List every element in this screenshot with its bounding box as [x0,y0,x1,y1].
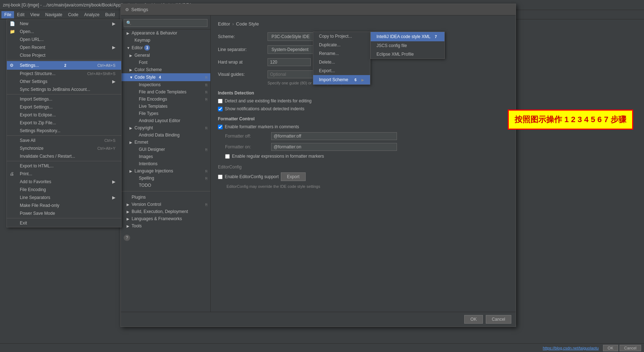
file-new-item[interactable]: 📄 New ▶ [7,20,121,28]
file-read-only-item[interactable]: Make File Read-only [7,202,121,209]
menu-code[interactable]: Code [65,11,81,18]
tree-code-style[interactable]: ▼ Code Style 4 ⎘ [121,73,210,81]
import-eclipse-xml[interactable]: Eclipse XML Profile [371,50,444,59]
annotation-text: 按照图示操作 1 2 3 4 5 6 7 步骤 [515,115,626,124]
tree-version-control[interactable]: ▶ Version Control ⎘ [121,201,210,208]
import-intellij-xml[interactable]: IntelliJ IDEA code style XML 7 [371,32,444,41]
tree-inspections[interactable]: Inspections ⎘ [121,81,210,88]
tree-color-scheme[interactable]: ▶ Color Scheme [121,66,210,73]
tree-images[interactable]: Images [121,153,210,160]
file-new-icon: 📄 [10,21,15,26]
tree-editor[interactable]: ▼ Editor 3 [121,44,210,52]
file-import-settings-item[interactable]: Import Settings... [7,95,121,103]
file-other-settings-item[interactable]: Other Settings ▶ [7,78,121,85]
tree-keymap[interactable]: Keymap [121,37,210,44]
tree-android-data-binding[interactable]: Android Data Binding [121,131,210,139]
gear-copy-to-project[interactable]: Copy to Project... [313,32,370,41]
file-save-all-item[interactable]: Save All Ctrl+S [7,136,121,144]
print-icon: 🖨 [10,171,14,176]
tree-font[interactable]: Font [121,59,210,66]
hard-wrap-input[interactable] [268,58,311,66]
breadcrumb-current: Code Style [236,21,259,27]
file-settings-repo-item[interactable]: Settings Repository... [7,127,121,135]
cancel-button[interactable]: Cancel [486,315,511,324]
tree-emmet[interactable]: ▶ Emmet [121,139,210,146]
file-line-sep-item[interactable]: Line Separators ▶ [7,194,121,202]
file-power-save-item[interactable]: Power Save Mode [7,209,121,217]
tree-file-types[interactable]: File Types [121,110,210,117]
tree-tools[interactable]: ▶ Tools [121,222,210,230]
enable-regexp-checkbox[interactable] [225,154,230,159]
tree-android-layout-editor[interactable]: Android Layout Editor [121,117,210,124]
bottom-ok-button[interactable]: OK [603,345,618,351]
tree-spelling[interactable]: Spelling ⎘ [121,175,210,182]
menu-build[interactable]: Build [102,11,118,18]
bottom-cancel-button[interactable]: Cancel [620,345,641,351]
menu-navigate[interactable]: Navigate [42,11,65,18]
gear-delete[interactable]: Delete... [313,58,370,66]
enable-editorconfig-checkbox[interactable] [218,175,223,179]
detect-indents-checkbox[interactable] [218,99,223,103]
tree-languages[interactable]: ▶ Languages & Frameworks [121,215,210,222]
file-open-url-item[interactable]: Open URL... [7,36,121,43]
editorconfig-title: EditorConfig [218,165,508,170]
import-jscs-config[interactable]: JSCS config file [371,41,444,50]
file-export-eclipse-item[interactable]: Export to Eclipse... [7,111,121,119]
file-export-settings-item[interactable]: Export Settings... [7,103,121,111]
tree-gui-designer[interactable]: GUI Designer ⎘ [121,146,210,153]
tree-plugins[interactable]: Plugins [121,194,210,201]
file-invalidate-item[interactable]: Invalidate Caches / Restart... [7,152,121,160]
enable-formatter-checkbox[interactable] [218,125,223,129]
vc-copy-icon: ⎘ [205,203,207,207]
file-open-item[interactable]: 📁 Open... [7,28,121,36]
tree-live-templates[interactable]: Live Templates [121,103,210,110]
expand-icon: ▶ [127,31,130,35]
gear-rename[interactable]: Rename... [313,49,370,58]
show-notifications-checkbox[interactable] [218,107,223,111]
menu-analyze[interactable]: Analyze [81,11,102,18]
tree-file-code-templates[interactable]: File and Code Templates ⎘ [121,88,210,96]
gear-duplicate[interactable]: Duplicate... [313,41,370,49]
export-button[interactable]: Export [281,172,306,181]
file-add-favorites-item[interactable]: Add to Favorites ▶ [7,178,121,186]
gear-import-scheme[interactable]: Import Scheme 6 ▶ [313,75,370,84]
scheme-label: Scheme: [218,34,265,39]
help-icon[interactable]: ? [124,235,130,241]
formatter-off-label: Formatter off: [225,134,268,139]
ok-button[interactable]: OK [464,315,483,324]
search-wrap [121,17,210,29]
formatter-on-input[interactable] [271,143,397,151]
enable-formatter-row: Enable formatter markers in comments [218,124,508,129]
formatter-off-input[interactable] [271,132,397,140]
file-export-zip-item[interactable]: Export to Zip File... [7,119,121,127]
bottom-bar-link[interactable]: https://blog.csdn.net/taiguolaotu [543,346,599,350]
tree-appearance[interactable]: ▶ Appearance & Behavior [121,29,210,37]
tree-intentions[interactable]: Intentions [121,160,210,167]
fe-copy-icon: ⎘ [205,97,207,101]
file-exit-item[interactable]: Exit [7,219,121,227]
line-sep-label: Line separator: [218,47,265,52]
tree-copyright[interactable]: ▶ Copyright ⎘ [121,124,210,131]
file-project-structure-item[interactable]: Project Structure... Ctrl+Alt+Shift+S [7,70,121,78]
tree-general[interactable]: ▶ General [121,52,210,59]
tree-language-injections[interactable]: ▶ Language Injections ⎘ [121,167,210,175]
gear-export[interactable]: Export... [313,66,370,75]
file-export-html-item[interactable]: Export to HTML... [7,162,121,170]
file-encoding-item[interactable]: File Encoding [7,186,121,194]
file-print-item[interactable]: 🖨 Print... [7,170,121,178]
file-close-project-item[interactable]: Close Project [7,51,121,59]
visual-guides-label: Visual guides: [218,72,265,77]
settings-search-input[interactable] [124,19,207,27]
menu-file[interactable]: File [1,11,14,18]
fct-copy-icon: ⎘ [205,90,207,94]
file-open-recent-item[interactable]: Open Recent ▶ [7,43,121,51]
file-sync-settings-item[interactable]: Sync Settings to JetBrains Account... [7,85,121,93]
file-settings-item[interactable]: ⚙ Settings... 2 Ctrl+Alt+S [7,61,121,70]
file-synchronize-item[interactable]: Synchronize Ctrl+Alt+Y [7,144,121,152]
tree-todo[interactable]: TODO [121,182,210,189]
tree-file-encodings[interactable]: File Encodings ⎘ [121,96,210,103]
menu-edit[interactable]: Edit [14,11,27,18]
menu-view[interactable]: View [27,11,42,18]
hard-wrap-label: Hard wrap at [218,60,265,65]
tree-build[interactable]: ▶ Build, Execution, Deployment [121,208,210,215]
